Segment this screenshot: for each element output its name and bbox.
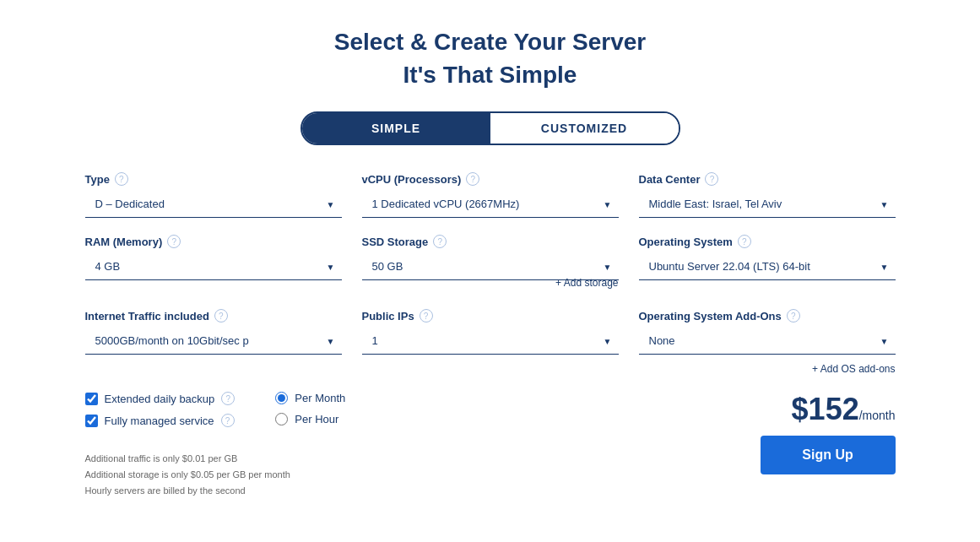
public-ips-select[interactable]: 12345 [362,328,619,355]
fully-managed-checkbox[interactable] [85,415,98,427]
note-line-2: Additional storage is only $0.05 per GB … [85,467,346,483]
os-addons-group: Operating System Add-Ons ? NonecPanel Ad… [639,309,896,375]
per-month-item[interactable]: Per Month [275,392,345,404]
price-signup-section: $152/month Sign Up [761,392,896,474]
options-section: Extended daily backup ? Fully managed se… [85,392,346,427]
os-addons-select-wrapper: NonecPanel Admin – Up to 5 AccountscPane… [639,328,896,355]
price-period: /month [859,409,896,422]
managed-help-icon[interactable]: ? [221,414,235,427]
datacenter-help-icon[interactable]: ? [705,172,718,186]
ssd-select-wrapper: 50 GB100 GB200 GB500 GB [362,253,619,280]
tab-customized[interactable]: CUSTOMIZED [490,113,679,144]
server-form: Type ? D – DedicatedVPSCloud vCPU (Proce… [85,172,896,498]
os-addons-help-icon[interactable]: ? [787,309,800,322]
per-hour-label: Per Hour [295,413,338,425]
per-month-radio[interactable] [275,392,288,404]
datacenter-select[interactable]: Middle East: Israel, Tel AvivUS EastEU W… [639,191,896,218]
billing-period-group: Per Month Per Hour [275,392,345,425]
page-title: Select & Create Your Server It's That Si… [334,25,646,91]
fully-managed-item[interactable]: Fully managed service ? [85,414,236,427]
public-ips-group: Public IPs ? 12345 [362,309,619,375]
traffic-select-wrapper: 5000GB/month on 10Gbit/sec p10000GB/mont… [85,328,342,355]
datacenter-select-wrapper: Middle East: Israel, Tel AvivUS EastEU W… [639,191,896,218]
public-ips-help-icon[interactable]: ? [420,309,433,322]
note-line-3: Hourly servers are billed by the second [85,483,346,499]
per-hour-radio[interactable] [275,413,288,425]
add-os-link[interactable]: + Add OS add-ons [639,363,896,375]
ram-label: RAM (Memory) [85,236,163,248]
extended-backup-checkbox[interactable] [85,393,98,405]
type-group: Type ? D – DedicatedVPSCloud [85,172,342,218]
public-ips-label: Public IPs [362,310,414,322]
type-label: Type [85,173,110,186]
fully-managed-label: Fully managed service [105,415,214,427]
price-display: $152/month [792,392,896,427]
ssd-help-icon[interactable]: ? [433,235,447,248]
os-addons-select[interactable]: NonecPanel Admin – Up to 5 AccountscPane… [639,328,896,355]
traffic-select[interactable]: 5000GB/month on 10Gbit/sec p10000GB/mont… [85,328,342,355]
vcpu-group: vCPU (Processors) ? 1 Dedicated vCPU (26… [362,172,619,218]
extended-backup-label: Extended daily backup [105,393,215,405]
per-month-label: Per Month [295,392,345,404]
os-help-icon[interactable]: ? [738,235,751,248]
checkbox-group: Extended daily backup ? Fully managed se… [85,392,236,427]
per-hour-item[interactable]: Per Hour [275,413,345,425]
vcpu-select[interactable]: 1 Dedicated vCPU (2667MHz)2 Dedicated vC… [362,191,619,218]
price-amount: $152 [792,392,859,426]
form-row-1: Type ? D – DedicatedVPSCloud vCPU (Proce… [85,172,896,218]
ram-help-icon[interactable]: ? [167,235,181,248]
form-row-3: Internet Traffic included ? 5000GB/month… [85,309,896,375]
ssd-select[interactable]: 50 GB100 GB200 GB500 GB [362,253,619,280]
os-select[interactable]: Ubuntu Server 22.04 (LTS) 64-bitCentOS 7… [639,253,896,280]
notes-section: Additional traffic is only $0.01 per GB … [85,451,346,498]
ram-group: RAM (Memory) ? 4 GB8 GB16 GB32 GB [85,235,342,292]
note-line-1: Additional traffic is only $0.01 per GB [85,451,346,467]
os-select-wrapper: Ubuntu Server 22.04 (LTS) 64-bitCentOS 7… [639,253,896,280]
datacenter-group: Data Center ? Middle East: Israel, Tel A… [639,172,896,218]
vcpu-help-icon[interactable]: ? [466,172,479,186]
form-row-2: RAM (Memory) ? 4 GB8 GB16 GB32 GB SSD St… [85,235,896,292]
type-help-icon[interactable]: ? [115,172,128,186]
type-select[interactable]: D – DedicatedVPSCloud [85,191,342,218]
type-select-wrapper: D – DedicatedVPSCloud [85,191,342,218]
tab-switcher: SIMPLE CUSTOMIZED [300,111,680,145]
ram-select-wrapper: 4 GB8 GB16 GB32 GB [85,253,342,280]
os-addons-label: Operating System Add-Ons [639,310,782,322]
traffic-group: Internet Traffic included ? 5000GB/month… [85,309,342,375]
traffic-help-icon[interactable]: ? [214,309,228,322]
backup-help-icon[interactable]: ? [221,392,235,405]
ssd-group: SSD Storage ? 50 GB100 GB200 GB500 GB + … [362,235,619,292]
public-ips-select-wrapper: 12345 [362,328,619,355]
vcpu-label: vCPU (Processors) [362,173,462,186]
ssd-label: SSD Storage [362,236,429,248]
os-label: Operating System [639,236,733,248]
extended-backup-item[interactable]: Extended daily backup ? [85,392,236,405]
traffic-label: Internet Traffic included [85,310,209,322]
tab-simple[interactable]: SIMPLE [302,113,490,144]
os-group: Operating System ? Ubuntu Server 22.04 (… [639,235,896,292]
signup-button[interactable]: Sign Up [761,436,896,474]
datacenter-label: Data Center [639,173,701,186]
ram-select[interactable]: 4 GB8 GB16 GB32 GB [85,253,342,280]
vcpu-select-wrapper: 1 Dedicated vCPU (2667MHz)2 Dedicated vC… [362,191,619,218]
